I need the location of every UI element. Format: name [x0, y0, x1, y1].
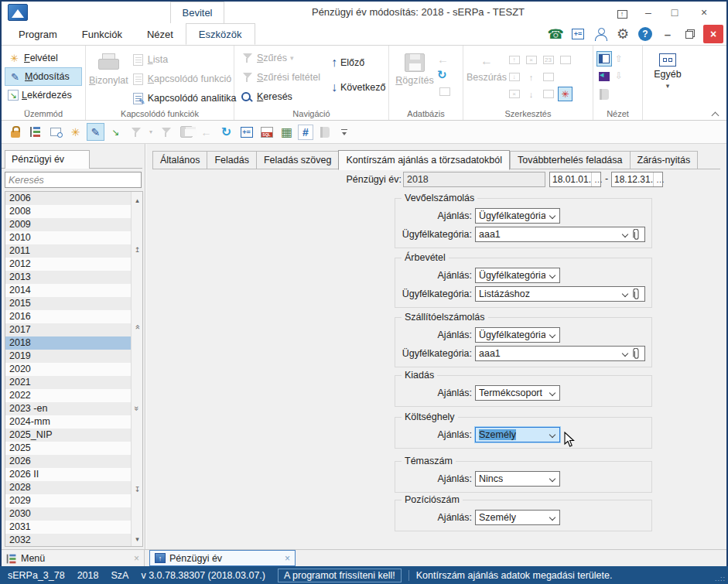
year-row[interactable]: 2023 -en [5, 402, 131, 415]
close-form-button[interactable]: × [703, 25, 723, 43]
lock-icon[interactable] [6, 123, 24, 141]
context-tab-bevitel[interactable]: Bevitel [170, 2, 224, 23]
ajanlas-dropdown[interactable]: Ügyfélkategória [475, 268, 560, 283]
year-row[interactable]: 2008 [5, 205, 131, 218]
year-row[interactable]: 2021 [5, 376, 131, 389]
year-row[interactable]: 2032 [5, 534, 131, 547]
date-from-picker-button[interactable]: … [591, 172, 606, 186]
form-tab[interactable]: Feladás szöveg [256, 151, 339, 169]
ajanlas-dropdown[interactable]: Ügyfélkategória [475, 208, 560, 224]
year-row[interactable]: 2024-mm [5, 415, 131, 429]
year-row[interactable]: 2029 [5, 494, 131, 507]
resize-grip[interactable]: ..:: [715, 575, 726, 582]
calculator-toolbar-icon[interactable]: += [238, 123, 255, 141]
help-icon[interactable]: ? [636, 25, 655, 43]
year-row[interactable]: 2019 [5, 350, 131, 363]
year-row[interactable]: 2006 [5, 192, 131, 205]
year-row[interactable]: 2013 [5, 271, 131, 284]
table-icon[interactable]: ▦ [278, 123, 296, 141]
year-row[interactable]: 2026 [5, 455, 131, 468]
close-menu-icon[interactable]: × [134, 553, 139, 564]
egyeb-button[interactable]: Egyéb ▾ [646, 49, 689, 108]
modositas-button[interactable]: ✎ Módosítás [5, 67, 82, 86]
window-search-icon[interactable] [46, 123, 64, 141]
menu-dock-tab[interactable]: Menü × [2, 550, 145, 567]
scroll-up-icon[interactable]: ▴ [132, 196, 143, 204]
refresh-icon[interactable]: ↻ [437, 68, 452, 82]
ajanlas-dropdown[interactable]: Ügyfélkategória [475, 327, 560, 343]
year-row[interactable]: 2026 II [5, 468, 131, 481]
window-restore-icon[interactable] [681, 25, 699, 43]
date-to-field[interactable]: 18.12.31. … [611, 172, 663, 187]
ugyfelkategoria-dropdown[interactable]: Listázáshoz [475, 286, 645, 302]
year-row[interactable]: 2018 [5, 336, 131, 350]
year-row[interactable]: 2025 [5, 442, 131, 455]
scroll-fast-down-icon[interactable]: » [132, 405, 143, 413]
year-row[interactable]: 2015 [5, 297, 131, 310]
user-icon[interactable] [591, 25, 610, 43]
form-tab[interactable]: Zárás-nyitás [630, 151, 699, 169]
year-row[interactable]: 2016 [5, 310, 131, 323]
year-row[interactable]: 2010 [5, 231, 131, 244]
kapcsolodo-analitika-button[interactable]: ✎ Kapcsolódó analitika [128, 89, 240, 108]
menu-tree-icon[interactable] [26, 123, 44, 141]
scrollbar[interactable]: ▴ ↥ » » ↧ ▾ [131, 192, 142, 546]
year-row[interactable]: 2011 [5, 244, 131, 258]
scroll-page-down-icon[interactable]: ↧ [132, 486, 143, 493]
paperclip-icon[interactable] [632, 348, 641, 363]
close-form-tab-icon[interactable]: × [285, 553, 290, 564]
ajanlas-dropdown[interactable]: Személy [475, 427, 560, 442]
penzugyi-ev-dock-tab[interactable]: ↑ Pénzügyi év × [149, 550, 296, 566]
ajanlas-dropdown[interactable]: Személy [475, 510, 560, 525]
minimize-button[interactable]: – [637, 3, 660, 22]
numbering-icon[interactable]: # [298, 125, 313, 140]
left-panel-tab[interactable]: Pénzügyi év [5, 150, 90, 169]
form-tab[interactable]: Továbbterhelés feladása [510, 151, 630, 169]
panel-view-icon[interactable] [596, 51, 612, 67]
dock-left-icon[interactable] [596, 69, 612, 84]
year-row[interactable]: 2009 [5, 218, 131, 231]
date-from-field[interactable]: 18.01.01. … [549, 172, 601, 187]
felvetel-button[interactable]: ✳ Felvétel [5, 49, 82, 67]
year-row[interactable]: 2022 [5, 389, 131, 402]
menu-tab[interactable]: Funkciók [70, 24, 135, 46]
maximize-button[interactable]: □ [663, 3, 686, 22]
date-to-picker-button[interactable]: … [653, 172, 668, 186]
form-tab[interactable]: Feladás [207, 151, 255, 169]
menu-tab[interactable]: Program [6, 24, 70, 46]
kereses-button[interactable]: Keresés [238, 87, 323, 106]
lekerdezes-button[interactable]: ↘ Lekérdezés [5, 86, 82, 104]
elozo-button[interactable]: ↑ Előző [328, 53, 388, 72]
paperclip-icon[interactable] [632, 229, 641, 244]
scroll-down-icon[interactable]: ▾ [132, 535, 143, 543]
new-record-toolbar-icon[interactable]: ✳ [67, 123, 84, 141]
form-tab[interactable]: Kontírszám ajánlás a törzsadatokból [338, 150, 510, 170]
search-input[interactable] [5, 172, 142, 188]
form-tab[interactable]: Általános [152, 151, 207, 169]
ugyfelkategoria-dropdown[interactable]: aaa1 [475, 227, 645, 242]
paperclip-icon[interactable] [632, 289, 641, 303]
scroll-page-up-icon[interactable]: ↥ [132, 246, 143, 254]
ugyfelkategoria-dropdown[interactable]: aaa1 [475, 346, 645, 361]
year-row[interactable]: 2031 [5, 521, 131, 534]
update-notice-button[interactable]: A programot frissíteni kell! [278, 569, 402, 582]
query-toolbar-icon[interactable]: ↘ [107, 123, 125, 141]
edit-toolbar-icon[interactable]: ✎ [87, 123, 104, 141]
year-row[interactable]: 2025_NIP [5, 429, 131, 442]
ribbon-collapse-icon[interactable] [713, 111, 719, 117]
refresh-toolbar-icon[interactable]: ↻ [217, 123, 235, 141]
autofill-icon[interactable]: ✳ [558, 87, 572, 101]
kovetkezo-button[interactable]: ↓ Következő [328, 78, 388, 97]
scroll-fast-up-icon[interactable]: » [132, 323, 143, 332]
menu-tab[interactable]: Nézet [135, 24, 186, 46]
year-row[interactable]: 2020 [5, 363, 131, 376]
year-row[interactable]: 2028 [5, 481, 131, 494]
year-row[interactable]: 2017 [5, 323, 131, 336]
year-row[interactable]: 2012 [5, 258, 131, 271]
ribbon-pin-icon[interactable]: ↑ [610, 3, 634, 22]
menu-tab[interactable]: Eszközök [186, 23, 255, 45]
window-minimize-icon[interactable]: – [658, 25, 677, 43]
calculator-icon[interactable]: += [569, 25, 587, 43]
toolbar-overflow-icon[interactable] [336, 123, 354, 141]
ajanlas-dropdown[interactable]: Nincs [475, 471, 560, 487]
